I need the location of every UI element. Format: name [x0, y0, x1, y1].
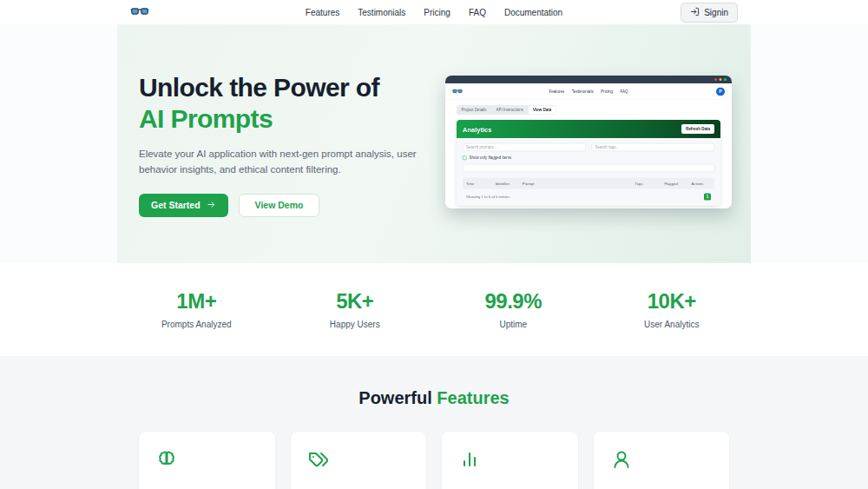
stat-value: 1M+ — [117, 289, 276, 314]
nav-link-faq[interactable]: FAQ — [469, 8, 486, 17]
table-header-row: Time Identifier Prompt Tags Flagged Acti… — [463, 178, 714, 189]
window-close-icon — [714, 78, 717, 81]
mockup-tabs: Project Details API Instructions View Da… — [457, 105, 556, 115]
flagged-filter-label: Show only flagged items — [470, 155, 512, 160]
signin-button[interactable]: Signin — [681, 3, 738, 23]
hero-subtitle: Elevate your AI application with next-ge… — [139, 146, 425, 178]
hero-section: Unlock the Power of AI Prompts Elevate y… — [117, 24, 751, 263]
stat-uptime: 99.9% Uptime — [434, 289, 593, 329]
features-section: Powerful Features AI-Powered Analytics A… — [0, 356, 868, 489]
hero-band: Unlock the Power of AI Prompts Elevate y… — [0, 24, 868, 263]
nav-link-documentation[interactable]: Documentation — [504, 8, 562, 17]
login-icon — [690, 7, 700, 18]
get-started-label: Get Started — [151, 200, 201, 210]
tab-api-instructions[interactable]: API Instructions — [491, 105, 529, 115]
brain-icon — [156, 458, 177, 472]
column-identifier: Identifier — [496, 182, 523, 186]
stat-label: Prompts Analyzed — [117, 320, 276, 329]
tab-project-details[interactable]: Project Details — [457, 105, 491, 115]
view-demo-button[interactable]: View Demo — [239, 194, 320, 217]
refresh-data-button[interactable]: Refresh Data — [681, 124, 714, 134]
get-started-button[interactable]: Get Started — [139, 194, 228, 217]
column-tags: Tags — [635, 182, 665, 186]
filter-input[interactable] — [463, 164, 714, 172]
nav-link-testimonials[interactable]: Testimonials — [358, 8, 405, 17]
glasses-icon — [130, 4, 149, 20]
window-maximize-icon — [724, 78, 727, 81]
app-preview-window: Features Testimonials Pricing FAQ P Proj… — [445, 76, 732, 208]
feature-card-ai-analytics: AI-Powered Analytics — [139, 432, 275, 489]
column-time: Time — [466, 182, 496, 186]
features-heading: Powerful Features — [0, 388, 868, 408]
nav-links: Features Testimonials Pricing FAQ Docume… — [306, 8, 562, 17]
mockup-nav-testimonials[interactable]: Testimonials — [572, 89, 594, 94]
analytics-panel: Analytics Refresh Data Show only flagged… — [457, 120, 720, 206]
entries-summary: Showing 1 to 0 of 0 entries — [466, 195, 510, 199]
signin-label: Signin — [704, 8, 728, 17]
pagination-page-button[interactable]: 1 — [704, 194, 711, 201]
stat-value: 99.9% — [434, 289, 593, 314]
stat-label: Uptime — [434, 320, 593, 329]
brand-glasses-logo[interactable] — [130, 4, 149, 20]
mockup-navbar: Features Testimonials Pricing FAQ P — [445, 83, 732, 100]
avatar[interactable]: P — [716, 87, 725, 96]
stats-section: 1M+ Prompts Analyzed 5K+ Happy Users 99.… — [0, 263, 868, 356]
column-prompt: Prompt — [523, 182, 635, 186]
hero-title: Unlock the Power of AI Prompts — [139, 72, 425, 135]
stat-value: 5K+ — [276, 289, 435, 314]
mockup-nav-faq[interactable]: FAQ — [620, 89, 628, 94]
tab-view-data[interactable]: View Data — [529, 105, 556, 115]
stat-label: User Analytics — [593, 320, 752, 329]
feature-card-user-behavior: Analyze User Behavior — [594, 432, 730, 489]
glasses-icon — [452, 88, 463, 96]
arrow-right-icon — [207, 200, 216, 211]
search-tags-input[interactable] — [592, 143, 715, 151]
top-navigation: Features Testimonials Pricing FAQ Docume… — [0, 0, 868, 24]
user-icon — [611, 458, 632, 472]
stat-user-analytics: 10K+ User Analytics — [593, 289, 752, 329]
tags-icon — [308, 458, 329, 472]
feature-card-detailed-reporting: Detailed Reporting — [442, 432, 578, 489]
column-flagged: Flagged — [664, 182, 691, 186]
flagged-filter-checkbox[interactable] — [463, 155, 467, 160]
nav-link-features[interactable]: Features — [306, 8, 339, 17]
view-demo-label: View Demo — [255, 200, 304, 210]
nav-link-pricing[interactable]: Pricing — [424, 8, 450, 17]
column-actions: Actions — [691, 182, 711, 186]
analytics-title: Analytics — [463, 125, 491, 133]
window-minimize-icon — [720, 78, 722, 81]
search-prompts-input[interactable] — [463, 143, 586, 151]
stat-prompts-analyzed: 1M+ Prompts Analyzed — [117, 289, 276, 329]
stat-label: Happy Users — [276, 320, 435, 329]
feature-card-auto-categorization: Auto-Categorization — [291, 432, 427, 489]
window-titlebar — [445, 76, 732, 83]
mockup-nav-pricing[interactable]: Pricing — [601, 89, 613, 94]
mockup-nav-features[interactable]: Features — [549, 89, 565, 94]
bar-chart-icon — [459, 458, 480, 472]
stat-happy-users: 5K+ Happy Users — [276, 289, 435, 329]
stat-value: 10K+ — [593, 289, 752, 314]
